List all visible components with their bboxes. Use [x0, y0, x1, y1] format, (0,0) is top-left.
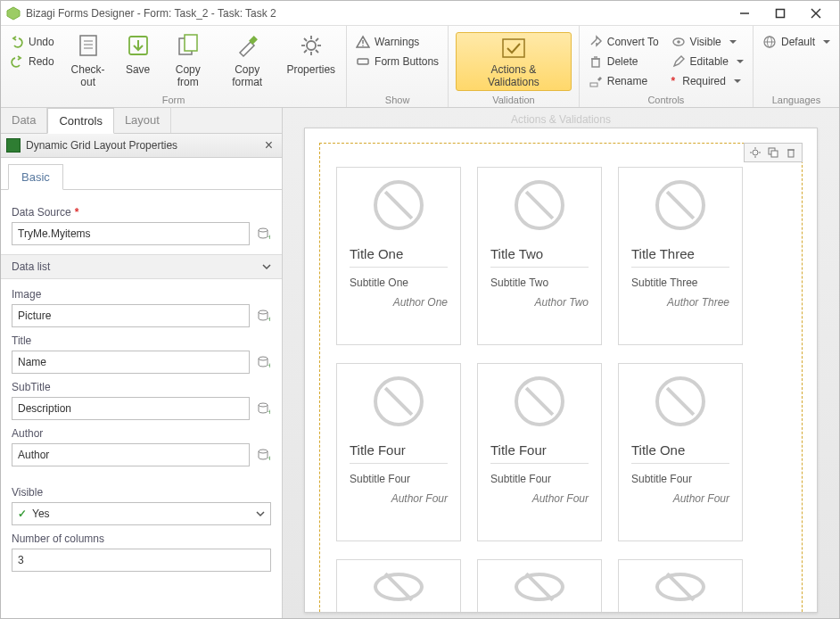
svg-rect-2: [777, 9, 785, 17]
author-picker-icon[interactable]: +: [255, 447, 271, 463]
data-source-input[interactable]: [12, 222, 250, 245]
author-input[interactable]: [12, 443, 250, 466]
ghost-label: Actions & Validations: [511, 113, 611, 126]
group-controls-label: Controls: [587, 93, 745, 105]
gear-icon[interactable]: [748, 145, 762, 160]
left-panel: Data Controls Layout Dynamic Grid Layout…: [1, 108, 283, 619]
edit-icon[interactable]: [766, 145, 780, 160]
title-picker-icon[interactable]: +: [255, 354, 271, 370]
grid-card[interactable]: Title OneSubtitle FourAuthor Four: [618, 363, 743, 541]
card-subtitle: Subtitle Four: [350, 473, 410, 485]
properties-button[interactable]: Properties: [283, 29, 339, 78]
minimize-button[interactable]: [727, 1, 762, 26]
card-subtitle: Subtitle One: [350, 276, 408, 289]
svg-point-45: [259, 403, 268, 407]
tab-controls[interactable]: Controls: [47, 108, 113, 134]
svg-point-34: [677, 40, 680, 44]
tab-data[interactable]: Data: [1, 108, 47, 133]
grid-card[interactable]: [618, 559, 743, 613]
convert-to-button[interactable]: Convert To: [587, 33, 661, 51]
image-input[interactable]: [12, 304, 250, 327]
card-subtitle: Subtitle Four: [631, 473, 692, 485]
svg-rect-28: [592, 59, 599, 67]
svg-line-19: [304, 38, 307, 41]
grid-card[interactable]: Title OneSubtitle OneAuthor One: [336, 167, 461, 345]
check-icon: ✓: [18, 508, 27, 520]
copy-from-button[interactable]: Copy from: [165, 29, 211, 90]
card-title: Title Four: [350, 442, 448, 464]
svg-rect-26: [358, 59, 368, 64]
delete-button[interactable]: Delete: [587, 53, 661, 70]
title-input[interactable]: [12, 351, 250, 374]
group-show-label: Show: [354, 93, 441, 105]
redo-label: Redo: [29, 55, 54, 68]
window-title: Bizagi Forms Designer - Form: Task_2 - T…: [26, 7, 276, 20]
undo-label: Undo: [29, 36, 54, 48]
image-picker-icon[interactable]: +: [255, 308, 271, 324]
close-button[interactable]: [798, 1, 834, 26]
undo-button[interactable]: Undo: [8, 33, 56, 51]
card-title: Title One: [350, 246, 448, 268]
card-author: Author One: [393, 296, 448, 309]
actions-validations-button[interactable]: Actions & Validations: [456, 32, 572, 91]
tab-layout[interactable]: Layout: [114, 108, 171, 133]
grid-card[interactable]: Title FourSubtitle FourAuthor Four: [336, 363, 461, 541]
svg-marker-0: [7, 7, 20, 20]
card-author: Author Four: [532, 492, 589, 505]
rename-button[interactable]: Rename: [587, 72, 661, 90]
card-subtitle: Subtitle Three: [631, 276, 698, 289]
form-buttons-button[interactable]: Form Buttons: [354, 53, 441, 70]
svg-line-21: [316, 38, 318, 41]
svg-rect-55: [771, 151, 778, 157]
svg-point-25: [362, 45, 364, 46]
image-placeholder-icon: [655, 376, 705, 426]
properties-close-button[interactable]: ×: [261, 137, 276, 153]
svg-marker-12: [240, 42, 254, 56]
grid-card[interactable]: Title TwoSubtitle TwoAuthor Two: [477, 167, 602, 345]
save-icon: [124, 31, 152, 60]
grid-card[interactable]: Title FourSubtitle FourAuthor Four: [477, 363, 602, 541]
author-label: Author: [12, 427, 271, 440]
selected-control-outline[interactable]: Title OneSubtitle OneAuthor OneTitle Two…: [319, 143, 803, 613]
properties-body: Data Source* + Data list Image + Title: [1, 189, 282, 581]
grid-card[interactable]: [336, 559, 461, 613]
app-icon: [6, 6, 21, 21]
svg-text:+: +: [268, 233, 270, 241]
subtitle-input[interactable]: [12, 397, 250, 420]
title-label: Title: [12, 334, 271, 347]
language-dropdown[interactable]: Default: [761, 33, 832, 51]
subtitle-picker-icon[interactable]: +: [255, 400, 271, 417]
svg-text:+: +: [268, 454, 270, 462]
required-dropdown[interactable]: * Required: [670, 72, 745, 90]
checkout-button[interactable]: Check-out: [65, 29, 111, 90]
grid-card[interactable]: Title ThreeSubtitle ThreeAuthor Three: [618, 167, 743, 345]
editable-dropdown[interactable]: Editable: [670, 53, 745, 70]
svg-rect-5: [80, 36, 96, 55]
columns-input[interactable]: [12, 549, 271, 572]
checkout-icon: [74, 31, 103, 60]
redo-button[interactable]: Redo: [8, 53, 56, 70]
card-subtitle: Subtitle Four: [490, 473, 551, 485]
card-title: Title Three: [631, 246, 729, 268]
image-label: Image: [12, 288, 271, 301]
form-surface[interactable]: Title OneSubtitle OneAuthor OneTitle Two…: [304, 128, 818, 613]
grid-card[interactable]: [477, 559, 602, 613]
visible-dropdown[interactable]: Visible: [670, 33, 745, 51]
subtitle-label: SubTitle: [12, 381, 271, 393]
card-author: Author Four: [391, 492, 448, 505]
image-placeholder-icon: [655, 573, 705, 601]
data-list-section[interactable]: Data list: [1, 254, 282, 279]
design-canvas[interactable]: Actions & Validations Title OneSubtitle …: [283, 108, 839, 619]
data-source-picker-icon[interactable]: +: [255, 226, 271, 242]
maximize-button[interactable]: [762, 1, 798, 26]
tab-basic[interactable]: Basic: [8, 164, 63, 190]
warnings-button[interactable]: Warnings: [354, 33, 441, 51]
svg-rect-56: [788, 150, 794, 157]
save-button[interactable]: Save: [120, 29, 156, 78]
copy-format-button[interactable]: Copy format: [220, 29, 274, 90]
visible-select[interactable]: ✓ Yes: [12, 502, 271, 525]
trash-icon[interactable]: [784, 145, 798, 160]
group-validation-label: Validation: [456, 93, 572, 105]
chevron-down-icon: [256, 509, 265, 518]
svg-point-49: [753, 150, 758, 155]
